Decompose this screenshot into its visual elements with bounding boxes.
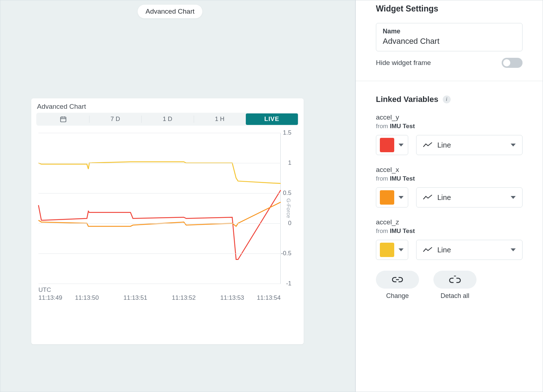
chart-type-label: Line bbox=[437, 246, 451, 254]
color-swatch bbox=[380, 138, 394, 152]
range-tab-1h[interactable]: 1 H bbox=[194, 113, 246, 125]
variable-source: from IMU Test bbox=[376, 123, 523, 130]
variable-source: from IMU Test bbox=[376, 228, 523, 235]
chart-gridline bbox=[38, 223, 281, 224]
variable-name: accel_y bbox=[376, 113, 523, 121]
chevron-down-icon bbox=[399, 248, 404, 251]
y-tick-label: 0.5 bbox=[283, 190, 291, 197]
color-swatch bbox=[380, 243, 394, 257]
variable-block: accel_yfrom IMU TestLine bbox=[376, 113, 523, 155]
chart-gridline bbox=[38, 284, 281, 284]
variable-name: accel_z bbox=[376, 218, 523, 226]
change-label: Change bbox=[386, 292, 409, 300]
chart-card: Advanced Chart 7 D 1 D 1 H LIVE G-Force … bbox=[31, 98, 304, 344]
svg-rect-0 bbox=[60, 117, 66, 122]
y-tick-label: 1.5 bbox=[283, 129, 291, 136]
widget-settings-heading: Widget Settings bbox=[376, 0, 523, 14]
y-tick-label: 1 bbox=[288, 159, 291, 167]
y-tick-label: -0.5 bbox=[281, 250, 291, 257]
change-variables-button[interactable]: Change bbox=[376, 271, 419, 300]
name-input[interactable] bbox=[383, 37, 516, 46]
series-line-accel_x bbox=[38, 202, 281, 226]
variable-block: accel_xfrom IMU TestLine bbox=[376, 166, 523, 207]
x-tick-label: 11:13:50 bbox=[75, 294, 99, 302]
color-select[interactable] bbox=[376, 135, 408, 155]
range-tab-live[interactable]: LIVE bbox=[246, 113, 298, 125]
detach-all-button[interactable]: Detach all bbox=[433, 271, 477, 300]
y-tick-label: -1 bbox=[286, 280, 291, 287]
x-tick-label: 11:13:52 bbox=[172, 294, 195, 302]
color-select[interactable] bbox=[376, 240, 408, 260]
series-line-accel_z bbox=[38, 162, 281, 183]
time-range-tabs: 7 D 1 D 1 H LIVE bbox=[36, 113, 299, 126]
chevron-down-icon bbox=[399, 144, 404, 146]
variable-source: from IMU Test bbox=[376, 175, 523, 182]
chart-plot[interactable]: G-Force UTC 1.510.50-0.5-111:13:4911:13:… bbox=[38, 133, 291, 284]
hide-frame-toggle[interactable] bbox=[502, 58, 523, 68]
unlink-icon bbox=[448, 275, 461, 284]
chart-type-select[interactable]: Line bbox=[416, 187, 523, 207]
y-axis-label: G-Force bbox=[286, 198, 292, 218]
linked-variables-heading: Linked Variables bbox=[376, 95, 438, 104]
x-tick-label: 11:13:53 bbox=[220, 294, 244, 302]
range-tab-1d[interactable]: 1 D bbox=[141, 113, 193, 125]
chart-type-select[interactable]: Line bbox=[416, 135, 523, 155]
chart-gridline bbox=[38, 193, 281, 193]
dashboard-canvas[interactable]: Advanced Chart Advanced Chart 7 D 1 D 1 … bbox=[0, 0, 356, 392]
color-swatch bbox=[380, 190, 394, 205]
link-icon bbox=[391, 276, 404, 283]
y-tick-label: 0 bbox=[288, 220, 291, 227]
variable-block: accel_zfrom IMU TestLine bbox=[376, 218, 523, 260]
timezone-label: UTC bbox=[38, 286, 51, 294]
line-chart-icon bbox=[423, 194, 432, 201]
chevron-down-icon bbox=[511, 144, 516, 146]
chart-title: Advanced Chart bbox=[36, 103, 299, 111]
x-tick-label: 11:13:54 bbox=[257, 294, 281, 302]
detach-label: Detach all bbox=[441, 292, 469, 300]
chevron-down-icon bbox=[399, 196, 404, 199]
range-tab-calendar[interactable] bbox=[37, 113, 89, 125]
x-tick-label: 11:13:51 bbox=[124, 294, 147, 302]
calendar-icon bbox=[60, 116, 67, 123]
chart-type-label: Line bbox=[437, 193, 451, 202]
color-select[interactable] bbox=[376, 187, 408, 207]
widget-label-pill: Advanced Chart bbox=[138, 5, 202, 18]
line-chart-icon bbox=[423, 247, 432, 253]
info-icon[interactable]: i bbox=[443, 95, 451, 103]
settings-panel: Widget Settings Name Hide widget frame L… bbox=[356, 0, 543, 392]
chart-type-select[interactable]: Line bbox=[416, 240, 523, 260]
chart-gridline bbox=[38, 133, 281, 133]
chevron-down-icon bbox=[511, 248, 516, 251]
chart-gridline bbox=[38, 163, 281, 163]
chevron-down-icon bbox=[511, 196, 516, 199]
series-line-accel_y bbox=[38, 190, 281, 260]
chart-lines-svg bbox=[38, 133, 281, 284]
range-tab-7d[interactable]: 7 D bbox=[89, 113, 141, 125]
name-field[interactable]: Name bbox=[376, 23, 523, 51]
x-tick-label: 11:13:49 bbox=[38, 294, 62, 302]
hide-frame-label: Hide widget frame bbox=[376, 59, 431, 67]
chart-type-label: Line bbox=[437, 141, 451, 149]
variable-name: accel_x bbox=[376, 166, 523, 174]
chart-gridline bbox=[38, 253, 281, 254]
line-chart-icon bbox=[423, 142, 432, 148]
name-field-label: Name bbox=[383, 28, 516, 35]
